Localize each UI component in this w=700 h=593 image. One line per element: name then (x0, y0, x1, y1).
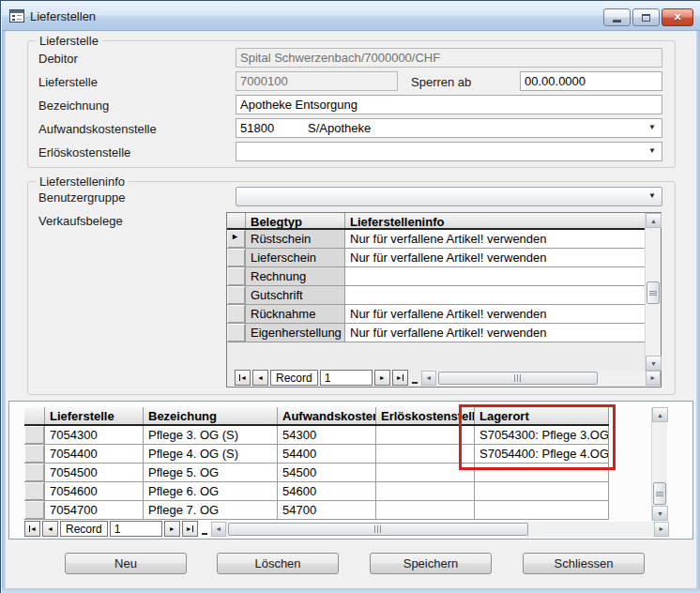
column-header-belegtyp[interactable]: Belegtyp (246, 213, 345, 228)
left-arrow-icon: ◄ (215, 525, 221, 532)
table-row[interactable]: 7054400 Pflege 4. OG (S) 54400 S7054400:… (24, 445, 609, 464)
speichern-button[interactable]: Speichern (370, 553, 492, 574)
verkaufsbelege-vertical-scrollbar[interactable]: ▲ ▼ (645, 213, 661, 371)
bezeichnung-cell: Pflege 7. OG (144, 501, 278, 520)
lieferstellen-vertical-scrollbar[interactable]: ▲ ▼ (651, 407, 667, 521)
belegtyp-cell: Gutschrift (246, 286, 345, 305)
group-lieferstelleninfo-title: Lieferstelleninfo (36, 175, 129, 189)
selector-header-cell (24, 407, 45, 424)
row-selector[interactable] (24, 501, 45, 520)
first-record-button[interactable]: ◄ (235, 370, 251, 386)
prev-record-button[interactable]: ◄ (252, 370, 268, 386)
next-record-button[interactable]: ► (164, 521, 180, 537)
minimize-button[interactable] (603, 8, 631, 26)
scroll-up-button[interactable]: ▲ (646, 213, 662, 228)
close-button[interactable]: ✕ (662, 8, 693, 26)
schliessen-button[interactable]: Schliessen (523, 553, 645, 574)
last-record-icon (192, 525, 193, 532)
down-arrow-icon: ▼ (657, 510, 663, 517)
prev-record-button[interactable]: ◄ (42, 521, 58, 537)
benutzergruppe-combobox[interactable]: ▼ (236, 187, 662, 206)
row-selector[interactable]: ► (227, 324, 246, 342)
scrollbar-thumb[interactable] (228, 523, 528, 536)
row-selector[interactable]: ► (227, 305, 246, 324)
column-header-bezeichung[interactable]: Bezeichung (144, 407, 278, 424)
scroll-left-button[interactable]: ◄ (211, 522, 226, 537)
table-row[interactable]: 7054500 Pflege 5. OG 54500 (24, 464, 609, 482)
window-border-bottom (2, 588, 700, 593)
left-arrow-icon: ◄ (257, 374, 264, 381)
last-record-button[interactable]: ► (392, 370, 408, 386)
next-record-button[interactable]: ► (374, 370, 390, 386)
scroll-left-button[interactable]: ◄ (421, 371, 436, 386)
table-row[interactable]: ► Rüstschein Nur für verfallene Artikel!… (227, 230, 645, 249)
title-bar[interactable]: Lieferstellen (2, 2, 700, 31)
column-header-lieferstelleninfo[interactable]: Lieferstelleninfo (345, 213, 645, 228)
window-title: Lieferstellen (30, 9, 96, 23)
down-arrow-icon: ▼ (650, 360, 657, 367)
erloeskostenstelle-combobox[interactable]: ▼ (236, 142, 662, 161)
column-header-lagerort[interactable]: Lagerort (475, 407, 609, 424)
record-number-input[interactable]: 1 (320, 370, 373, 386)
record-number-input[interactable]: 1 (110, 521, 162, 537)
table-row[interactable]: ► Eigenherstellung Nur für verfallene Ar… (227, 324, 645, 342)
verkaufsbelege-horizontal-scrollbar[interactable]: ◄ ► (421, 371, 661, 386)
table-row[interactable]: ► Rücknahme Nur für verfallene Artikel! … (227, 305, 645, 324)
group-lieferstelle-title: Lieferstelle (36, 34, 102, 48)
lieferstellen-horizontal-scrollbar[interactable]: ◄ ► (211, 522, 669, 537)
row-selector[interactable] (24, 445, 45, 464)
lagerort-cell (475, 501, 609, 520)
table-row[interactable]: 7054300 Pflege 3. OG (S) 54300 S7054300:… (24, 426, 609, 445)
maximize-button[interactable] (632, 8, 660, 26)
row-selector[interactable] (24, 482, 45, 501)
table-row[interactable]: ► Lieferschein Nur für verfallene Artike… (227, 249, 645, 267)
table-row[interactable]: ► Gutschrift (227, 286, 645, 305)
scroll-right-button[interactable]: ► (646, 371, 661, 386)
row-selector[interactable] (24, 464, 45, 482)
aufwandskostenstelle-name: S/Apotheke (308, 121, 371, 135)
lagerort-cell (475, 482, 609, 501)
bezeichnung-cell: Pflege 6. OG (144, 482, 278, 501)
row-selector[interactable] (24, 426, 45, 445)
scroll-track[interactable] (652, 422, 667, 506)
scrollbar-thumb[interactable] (438, 372, 598, 385)
bezeichnung-field[interactable]: Apotheke Entsorgung (236, 95, 662, 114)
erloeskostenstelle-label: Erlöskostenstelle (38, 145, 130, 160)
row-selector[interactable]: ► (227, 249, 246, 267)
scroll-track[interactable] (226, 522, 654, 537)
loeschen-button[interactable]: Löschen (217, 553, 339, 574)
table-row[interactable]: 7054700 Pflege 7. OG 54700 (24, 501, 609, 520)
table-row[interactable]: 7054600 Pflege 6. OG 54600 (24, 482, 609, 501)
lieferstellen-table: Lieferstelle Bezeichung Aufwandskosten E… (24, 407, 609, 520)
last-record-button[interactable]: ► (182, 521, 198, 537)
sperren-ab-field[interactable]: 00.00.0000 (520, 71, 662, 91)
row-selector[interactable]: ► (227, 230, 246, 249)
erloeskostenstelle-cell (376, 482, 475, 501)
row-selector[interactable]: ► (227, 286, 246, 305)
navigator-splitter[interactable] (202, 533, 207, 535)
aufwandskostenstelle-combobox[interactable]: 51800S/Apotheke ▼ (236, 118, 662, 138)
column-header-erloeskostenstelle[interactable]: Erlöskostenstelle (376, 407, 475, 424)
window-form-icon (9, 9, 24, 23)
column-header-lieferstelle[interactable]: Lieferstelle (45, 407, 144, 424)
scrollbar-thumb[interactable] (647, 281, 660, 304)
table-row[interactable]: ► Rechnung (227, 267, 645, 286)
lieferstelleninfo-cell: Nur für verfallene Artikel! verwenden (345, 230, 645, 249)
scroll-down-button[interactable]: ▼ (652, 506, 668, 521)
first-record-button[interactable]: ◄ (24, 521, 40, 537)
column-header-aufwandskosten[interactable]: Aufwandskosten (278, 407, 376, 424)
scrollbar-thumb[interactable] (653, 482, 666, 505)
scroll-right-button[interactable]: ► (654, 522, 669, 537)
row-selector[interactable]: ► (227, 267, 246, 286)
verkaufsbelege-label: Verkaufsbelege (38, 214, 123, 228)
belegtyp-cell: Rücknahme (246, 305, 345, 324)
scroll-up-button[interactable]: ▲ (652, 407, 668, 422)
belegtyp-cell: Lieferschein (246, 249, 345, 267)
scroll-track[interactable] (436, 371, 646, 386)
bezeichnung-label: Bezeichnung (38, 99, 109, 113)
scroll-track[interactable] (646, 228, 661, 356)
scroll-down-button[interactable]: ▼ (646, 356, 662, 371)
neu-button[interactable]: Neu (65, 553, 187, 574)
navigator-splitter[interactable] (412, 382, 418, 384)
lieferstellen-rows: 7054300 Pflege 3. OG (S) 54300 S7054300:… (24, 426, 609, 520)
